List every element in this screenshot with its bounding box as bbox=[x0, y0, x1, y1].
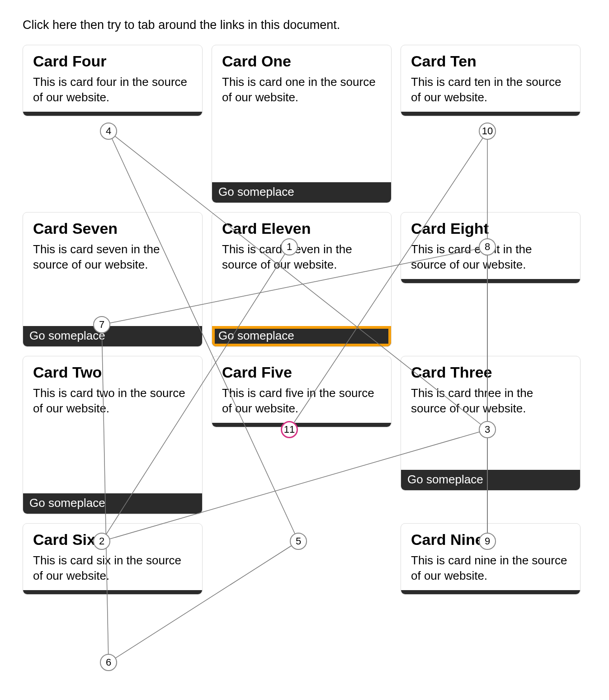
card-eleven: Card ElevenThis is card eleven in the so… bbox=[212, 212, 392, 347]
tab-order-badge-3: 3 bbox=[479, 421, 496, 438]
card-link-six[interactable]: Go someplace bbox=[23, 590, 202, 595]
card-title: Card Seven bbox=[33, 220, 192, 237]
card-title: Card Two bbox=[33, 364, 192, 381]
card-one: Card OneThis is card one in the source o… bbox=[212, 45, 392, 203]
card-body: Card ThreeThis is card three in the sour… bbox=[401, 356, 580, 470]
tab-order-badge-11: 11 bbox=[281, 421, 298, 438]
card-description: This is card one in the source of our we… bbox=[222, 75, 381, 105]
tab-order-badge-2: 2 bbox=[93, 533, 110, 550]
card-link-five[interactable]: Go someplace bbox=[212, 423, 391, 427]
card-title: Card Eight bbox=[411, 220, 570, 237]
card-body: Card TenThis is card ten in the source o… bbox=[401, 45, 580, 112]
card-link-two[interactable]: Go someplace bbox=[23, 493, 202, 514]
card-title: Card Five bbox=[222, 364, 381, 381]
card-title: Card Three bbox=[411, 364, 570, 381]
card-title: Card Eleven bbox=[222, 220, 381, 237]
tab-order-badge-6: 6 bbox=[100, 654, 117, 671]
card-description: This is card five in the source of our w… bbox=[222, 386, 381, 416]
card-link-seven[interactable]: Go someplace bbox=[23, 326, 202, 346]
card-ten: Card TenThis is card ten in the source o… bbox=[401, 45, 581, 116]
card-title: Card Six bbox=[33, 531, 192, 549]
card-description: This is card seven in the source of our … bbox=[33, 242, 192, 273]
card-link-eight[interactable]: Go someplace bbox=[401, 279, 580, 284]
tab-order-badge-7: 7 bbox=[93, 316, 110, 333]
card-link-four[interactable]: Go someplace bbox=[23, 112, 202, 116]
instructions-text[interactable]: Click here then try to tab around the li… bbox=[23, 18, 586, 32]
card-link-three[interactable]: Go someplace bbox=[401, 470, 580, 490]
tab-order-badge-1: 1 bbox=[281, 238, 298, 255]
tab-order-badge-10: 10 bbox=[479, 123, 496, 140]
card-description: This is card three in the source of our … bbox=[411, 386, 570, 416]
tab-order-badge-4: 4 bbox=[100, 123, 117, 140]
card-five: Card FiveThis is card five in the source… bbox=[212, 356, 392, 427]
card-title: Card Four bbox=[33, 52, 192, 70]
card-seven: Card SevenThis is card seven in the sour… bbox=[23, 212, 203, 347]
card-title: Card Ten bbox=[411, 52, 570, 70]
card-link-eleven[interactable]: Go someplace bbox=[212, 326, 391, 346]
card-description: This is card ten in the source of our we… bbox=[411, 75, 570, 105]
card-description: This is card four in the source of our w… bbox=[33, 75, 192, 105]
card-description: This is card two in the source of our we… bbox=[33, 386, 192, 416]
card-link-nine[interactable]: Go someplace bbox=[401, 590, 580, 595]
card-body: Card FiveThis is card five in the source… bbox=[212, 356, 391, 423]
card-body: Card OneThis is card one in the source o… bbox=[212, 45, 391, 182]
card-body: Card TwoThis is card two in the source o… bbox=[23, 356, 202, 493]
card-link-one[interactable]: Go someplace bbox=[212, 182, 391, 203]
card-description: This is card six in the source of our we… bbox=[33, 553, 192, 584]
card-description: This is card nine in the source of our w… bbox=[411, 553, 570, 584]
card-body: Card SevenThis is card seven in the sour… bbox=[23, 213, 202, 326]
card-four: Card FourThis is card four in the source… bbox=[23, 45, 203, 116]
card-body: Card FourThis is card four in the source… bbox=[23, 45, 202, 112]
tab-order-badge-9: 9 bbox=[479, 533, 496, 550]
tab-order-badge-5: 5 bbox=[290, 533, 307, 550]
tab-order-badge-8: 8 bbox=[479, 238, 496, 255]
card-six: Card SixThis is card six in the source o… bbox=[23, 523, 203, 595]
card-body: Card SixThis is card six in the source o… bbox=[23, 524, 202, 590]
card-body: Card ElevenThis is card eleven in the so… bbox=[212, 213, 391, 326]
card-title: Card One bbox=[222, 52, 381, 70]
card-two: Card TwoThis is card two in the source o… bbox=[23, 356, 203, 514]
card-link-ten[interactable]: Go someplace bbox=[401, 112, 580, 116]
card-description: This is card eleven in the source of our… bbox=[222, 242, 381, 273]
